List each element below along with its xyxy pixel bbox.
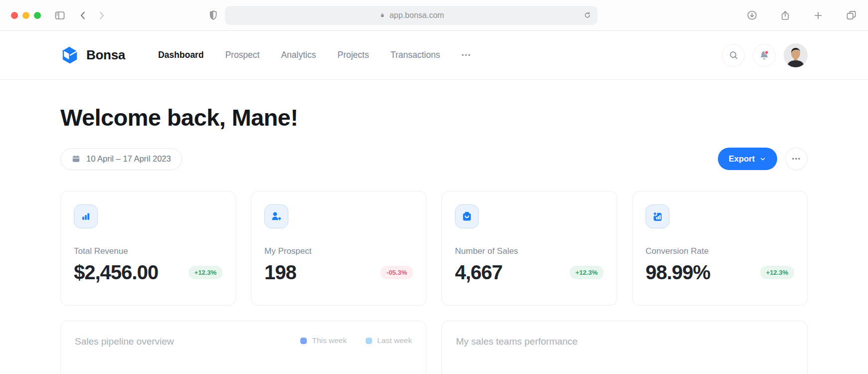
new-tab-icon[interactable] — [813, 10, 824, 21]
page-title: Welcome back, Mane! — [60, 104, 808, 131]
nav-item-dashboard[interactable]: Dashboard — [158, 50, 204, 60]
chart-growth-icon — [646, 204, 669, 228]
stat-value: $2,456.00 — [74, 261, 158, 284]
nav-item-projects[interactable]: Projects — [337, 50, 369, 60]
search-icon — [728, 50, 739, 60]
legend-label: This week — [312, 336, 347, 345]
date-range-label: 10 April – 17 April 2023 — [86, 154, 171, 164]
stat-delta-badge: -05.3% — [381, 266, 413, 279]
address-bar[interactable]: app.bonsa.com — [225, 6, 598, 25]
stat-delta-badge: +12.3% — [760, 266, 794, 279]
teams-performance-panel: My sales teams performance — [441, 321, 808, 374]
sidebar-toggle-icon[interactable] — [54, 9, 66, 21]
stat-delta-badge: +12.3% — [189, 266, 222, 279]
chevron-down-icon — [759, 156, 766, 163]
app-navbar: Bonsa Dashboard Prospect Analytics Proje… — [0, 31, 868, 80]
close-window-button[interactable] — [11, 12, 18, 19]
back-icon[interactable] — [78, 10, 89, 21]
calendar-icon — [71, 154, 81, 164]
export-label: Export — [729, 154, 755, 164]
controls-row: 10 April – 17 April 2023 Export ••• — [60, 148, 808, 170]
stat-label: Total Revenue — [74, 246, 222, 256]
legend-item-this-week[interactable]: This week — [300, 336, 347, 345]
bar-chart-icon — [74, 204, 98, 228]
brand[interactable]: Bonsa — [60, 46, 125, 65]
stat-card-my-prospect: My Prospect 198 -05.3% — [251, 191, 427, 306]
legend-label: Last week — [377, 336, 412, 345]
stat-card-total-revenue: Total Revenue $2,456.00 +12.3% — [60, 191, 236, 306]
stat-value: 4,667 — [455, 261, 502, 284]
avatar[interactable] — [784, 43, 808, 67]
window-controls — [11, 12, 41, 19]
bell-icon — [758, 49, 770, 61]
nav-item-transactions[interactable]: Transactions — [391, 50, 440, 60]
stat-value: 98.99% — [646, 261, 710, 284]
export-button[interactable]: Export — [718, 148, 777, 170]
nav-more-icon[interactable]: ••• — [461, 51, 471, 59]
tab-overview-icon[interactable] — [846, 9, 857, 21]
shopping-bag-icon — [455, 204, 479, 228]
nav-item-prospect[interactable]: Prospect — [225, 50, 259, 60]
zoom-window-button[interactable] — [34, 12, 41, 19]
downloads-icon[interactable] — [746, 9, 758, 21]
stats-row: Total Revenue $2,456.00 +12.3% My Prospe… — [60, 191, 808, 306]
legend-dot-last-week — [366, 338, 372, 344]
lock-icon — [379, 11, 386, 19]
ellipsis-icon: ••• — [792, 155, 801, 163]
stat-value: 198 — [264, 261, 296, 284]
chart-legend: This week Last week — [300, 336, 412, 345]
main-content: Welcome back, Mane! 10 April – 17 April … — [0, 104, 868, 374]
legend-dot-this-week — [300, 338, 307, 344]
url-text: app.bonsa.com — [390, 11, 444, 20]
date-range-picker[interactable]: 10 April – 17 April 2023 — [60, 148, 182, 170]
notifications-button[interactable] — [753, 44, 776, 67]
more-actions-button[interactable]: ••• — [785, 148, 808, 170]
person-up-icon — [264, 204, 288, 228]
brand-name: Bonsa — [86, 47, 125, 63]
refresh-icon[interactable] — [583, 11, 592, 19]
shield-icon[interactable] — [208, 9, 219, 21]
nav-item-analytics[interactable]: Analytics — [281, 50, 316, 60]
browser-chrome: app.bonsa.com — [0, 0, 868, 31]
stat-card-number-of-sales: Number of Sales 4,667 +12.3% — [441, 191, 617, 306]
logo-icon — [60, 46, 79, 65]
minimize-window-button[interactable] — [22, 12, 29, 19]
stat-label: Number of Sales — [455, 246, 604, 256]
stat-label: My Prospect — [264, 246, 413, 256]
panel-title: Sales pipeline overview — [75, 336, 174, 347]
stat-delta-badge: +12.3% — [570, 266, 604, 279]
nav-links: Dashboard Prospect Analytics Projects Tr… — [158, 50, 471, 60]
search-button[interactable] — [722, 44, 745, 67]
legend-item-last-week[interactable]: Last week — [366, 336, 412, 345]
stat-label: Conversion Rate — [646, 246, 794, 256]
sales-pipeline-panel: Sales pipeline overview This week Last w… — [60, 321, 427, 374]
share-icon[interactable] — [780, 10, 791, 21]
forward-icon[interactable] — [96, 10, 107, 21]
panels-row: Sales pipeline overview This week Last w… — [60, 321, 808, 374]
stat-card-conversion-rate: Conversion Rate 98.99% +12.3% — [632, 191, 808, 306]
panel-title: My sales teams performance — [456, 336, 578, 347]
